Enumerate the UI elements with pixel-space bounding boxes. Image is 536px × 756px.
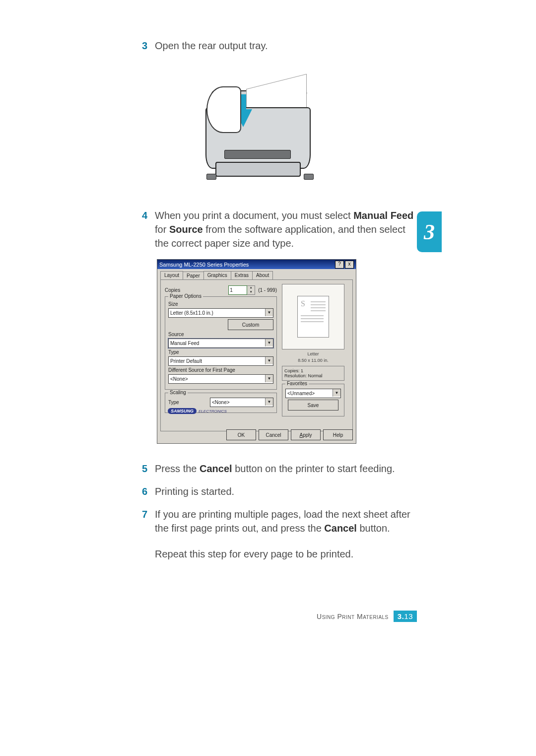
tab-graphics[interactable]: Graphics [203,271,231,279]
page-footer: Using Print Materials 3.13 [0,611,536,622]
scaling-type-select[interactable]: <None>▼ [210,398,273,407]
custom-button[interactable]: Custom [228,319,273,330]
page: { "steps": { "s3": {"num":"3","text":"Op… [0,0,536,756]
preview-paper-name: Letter [282,351,344,357]
chevron-down-icon[interactable]: ▼ [265,339,273,346]
copies-range: (1 - 999) [258,287,277,293]
printer-illustration [187,62,326,191]
brand-label: SAMSUNGELECTRONICS [168,408,227,414]
brand-logo: SAMSUNG [168,408,197,414]
step-7: 7 If you are printing multiple pages, lo… [142,507,415,561]
step-text: Press the Cancel button on the printer t… [155,462,415,476]
properties-dialog: Samsung ML-2250 Series Properties ? x La… [157,259,356,444]
scaling-type-label: Type [168,400,190,405]
paper-options-group: Paper Options Size Letter (8.5x11.0 in.)… [165,296,277,390]
step-number: 3 [142,39,155,53]
type-select[interactable]: Printer Default▼ [168,356,273,366]
step-text: Printing is started. [155,484,415,498]
source-select[interactable]: Manual Feed▼ [168,339,273,348]
dialog-title: Samsung ML-2250 Series Properties [159,262,334,268]
chevron-down-icon[interactable]: ▼ [265,357,273,364]
cancel-button[interactable]: Cancel [259,429,288,440]
chevron-down-icon[interactable]: ▼ [265,375,273,382]
chapter-tab: 3 [417,211,442,252]
copies-stepper[interactable]: ▲▼ [247,285,255,295]
step-5: 5 Press the Cancel button on the printer… [142,462,415,476]
copies-label: Copies [165,287,187,293]
content-column: 3 Open the rear output tray. 4 When you … [142,39,415,570]
favorites-group: Favorites <Unnamed>▼ Save [282,384,344,416]
dialog-buttons: OK Cancel Apply Help [160,429,353,440]
step-6: 6 Printing is started. [142,484,415,498]
chevron-down-icon[interactable]: ▼ [265,309,273,316]
step-text: If you are printing multiple pages, load… [155,507,415,561]
step-text: When you print a document, you must sele… [155,208,415,250]
chevron-down-icon[interactable]: ▼ [265,398,273,406]
preview-info: Copies: 1 Resolution: Normal [282,366,344,381]
step-number: 6 [142,484,155,498]
favorites-select[interactable]: <Unnamed>▼ [285,389,341,398]
page-number-badge: 3.13 [394,611,417,622]
paper-preview: S [282,284,344,349]
copies-input[interactable]: 1 [228,285,247,295]
tab-layout[interactable]: Layout [160,271,183,279]
step-number: 5 [142,462,155,476]
diff-source-select[interactable]: <None>▼ [168,374,273,384]
size-select[interactable]: Letter (8.5x11.0 in.)▼ [168,308,273,318]
source-label: Source [168,332,184,337]
preview-paper-dims: 8.50 x 11.00 in. [282,357,344,364]
chapter-number: 3 [424,219,435,245]
step-3: 3 Open the rear output tray. [142,39,415,53]
step-number: 7 [142,507,155,561]
tab-paper[interactable]: Paper [183,272,204,280]
diff-source-label: Different Source for First Page [168,367,235,373]
step-4: 4 When you print a document, you must se… [142,208,415,250]
tab-extras[interactable]: Extras [231,271,253,279]
help-icon[interactable]: ? [335,261,344,269]
ok-button[interactable]: OK [226,429,256,440]
tab-about[interactable]: About [252,271,273,279]
size-label: Size [168,301,178,307]
footer-section: Using Print Materials [317,613,389,620]
type-label: Type [168,349,179,355]
apply-button[interactable]: Apply [291,429,321,440]
chevron-down-icon[interactable]: ▼ [333,389,340,397]
close-icon[interactable]: x [345,261,354,269]
step-text: Open the rear output tray. [155,39,415,53]
tab-panel: Copies 1 ▲▼ (1 - 999) Paper Options Size… [160,279,353,431]
help-button[interactable]: Help [323,429,353,440]
dialog-tabs: Layout Paper Graphics Extras About [157,269,356,279]
step-number: 4 [142,208,155,250]
dialog-titlebar[interactable]: Samsung ML-2250 Series Properties ? x [157,260,356,269]
save-button[interactable]: Save [288,400,338,411]
